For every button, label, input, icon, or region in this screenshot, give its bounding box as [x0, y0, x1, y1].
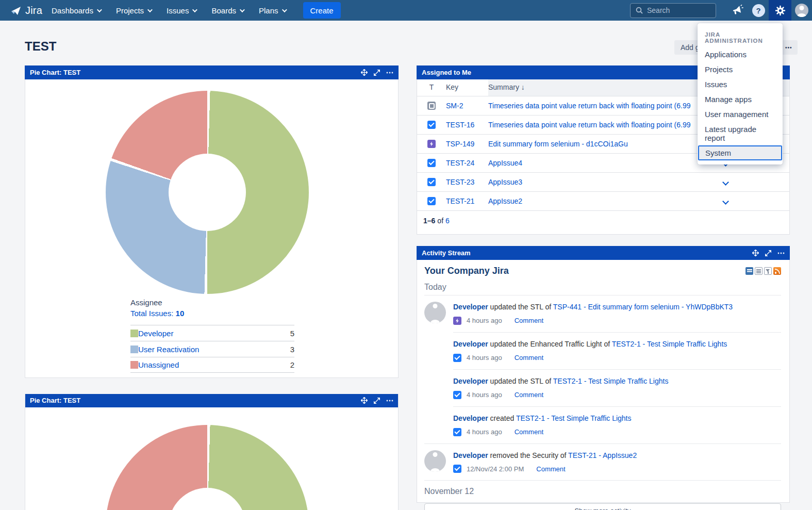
activity-action-text: updated the STL of — [490, 377, 552, 385]
expand-icon[interactable] — [374, 398, 380, 404]
comment-link[interactable]: Comment — [515, 354, 543, 361]
brand-name: Jira — [25, 5, 42, 17]
activity-user-link[interactable]: Developer — [453, 303, 488, 311]
activity-action-text: created — [490, 414, 515, 422]
menu-item-system[interactable]: System — [698, 145, 782, 160]
legend-row: Unassigned 2 — [130, 357, 294, 373]
menu-section-label: JIRA ADMINISTRATION — [698, 28, 783, 47]
menu-item-issues[interactable]: Issues — [698, 77, 783, 92]
menu-item-manage-apps[interactable]: Manage apps — [698, 92, 783, 107]
activity-user-link[interactable]: Developer — [453, 451, 488, 459]
legend-label[interactable]: Unassigned — [138, 360, 179, 369]
nav-plans[interactable]: Plans — [259, 6, 286, 15]
column-summary[interactable]: Summary ↓ — [488, 79, 712, 96]
legend-value: 3 — [290, 345, 294, 354]
activity-timestamp: 4 hours ago — [467, 354, 502, 361]
legend-swatch — [130, 330, 138, 337]
menu-item-latest-upgrade-report[interactable]: Latest upgrade report — [698, 122, 783, 145]
activity-user-link[interactable]: Developer — [453, 414, 488, 422]
activity-issue-link[interactable]: TEST-21 - AppIssue2 — [568, 451, 637, 459]
jira-logo-icon — [10, 5, 22, 16]
search-input[interactable] — [647, 6, 704, 14]
menu-item-applications[interactable]: Applications — [698, 47, 783, 62]
create-button[interactable]: Create — [303, 2, 341, 19]
total-issues-link[interactable]: Total Issues: 10 — [130, 309, 294, 318]
activity-user-link[interactable]: Developer — [453, 377, 488, 385]
help-button[interactable]: ? — [748, 0, 769, 21]
issue-key-link[interactable]: TEST-21 — [446, 197, 474, 205]
activity-issue-link[interactable]: TEST2-1 - Test Simple Traffic Lights — [612, 340, 727, 348]
issue-type-icon — [427, 121, 436, 129]
top-navigation: Jira Dashboards Projects Issues Boards P… — [0, 0, 812, 21]
gadget-header[interactable]: Pie Chart: TEST — [25, 65, 399, 79]
comment-link[interactable]: Comment — [515, 391, 543, 399]
donut-chart-assignee[interactable] — [106, 91, 309, 294]
gadget-menu-icon[interactable] — [386, 400, 393, 402]
jira-logo[interactable]: Jira — [0, 5, 52, 17]
gadget-header[interactable]: Activity Stream — [417, 246, 790, 260]
activity-issue-link[interactable]: TEST2-1 - Test Simple Traffic Lights — [516, 414, 632, 422]
activity-issue-link[interactable]: TEST2-1 - Test Simple Traffic Lights — [553, 377, 669, 385]
avatar[interactable] — [424, 450, 446, 472]
nav-boards[interactable]: Boards — [211, 6, 243, 15]
admin-settings-button[interactable] — [769, 0, 791, 21]
legend-label[interactable]: User Reactivation — [138, 345, 199, 354]
comment-link[interactable]: Comment — [515, 317, 543, 324]
filter-icon[interactable] — [764, 267, 772, 275]
row-actions-chevron-icon[interactable] — [722, 198, 729, 205]
comment-link[interactable]: Comment — [536, 465, 565, 473]
search-box[interactable] — [630, 3, 716, 18]
issue-key-link[interactable]: SM-2 — [446, 102, 463, 110]
stream-heading: Your Company Jira — [424, 266, 509, 276]
avatar[interactable] — [424, 302, 446, 323]
issue-key-link[interactable]: TSP-149 — [446, 140, 474, 148]
issue-type-icon — [427, 159, 436, 167]
chevron-down-icon — [281, 7, 287, 12]
announcements-button[interactable] — [727, 0, 748, 21]
legend-row: User Reactivation 3 — [130, 341, 294, 357]
full-view-icon[interactable] — [745, 267, 753, 275]
gadget-header[interactable]: Pie Chart: TEST — [25, 394, 399, 407]
legend-label[interactable]: Developer — [138, 329, 173, 338]
activity-issue-link[interactable]: TSP-441 - Edit summary form selenium - Y… — [553, 303, 733, 311]
megaphone-icon — [732, 5, 744, 16]
issue-key-link[interactable]: TEST-24 — [446, 159, 474, 167]
gadget-menu-icon[interactable] — [777, 252, 785, 254]
issue-summary-link[interactable]: Timeseries data point value return back … — [488, 102, 690, 110]
user-profile-button[interactable] — [791, 0, 812, 21]
donut-chart-2[interactable] — [106, 425, 309, 510]
issue-summary-link[interactable]: AppIssue2 — [488, 197, 522, 205]
activity-entry: Developer updated the Enhanced Traffic L… — [453, 332, 781, 369]
comment-link[interactable]: Comment — [515, 428, 543, 436]
pagination-total-link[interactable]: 6 — [445, 217, 450, 225]
expand-icon[interactable] — [765, 250, 771, 256]
gadget-menu-icon[interactable] — [386, 72, 393, 74]
row-actions-chevron-icon[interactable] — [722, 179, 729, 186]
issue-summary-link[interactable]: AppIssue4 — [488, 159, 522, 167]
issue-summary-link[interactable]: AppIssue3 — [488, 178, 522, 186]
list-view-icon[interactable] — [755, 267, 763, 275]
rss-feed-icon[interactable] — [773, 267, 781, 275]
issue-summary-link[interactable]: Timeseries data point value return back … — [488, 121, 690, 129]
menu-item-projects[interactable]: Projects — [698, 62, 783, 77]
search-icon — [636, 7, 643, 14]
page-title: TEST — [25, 39, 56, 54]
move-icon[interactable] — [361, 397, 368, 404]
column-type[interactable]: T — [417, 79, 446, 96]
menu-item-user-management[interactable]: User management — [698, 107, 783, 122]
issue-summary-link[interactable]: Edit summary form selenium - d1cCOi1aGu — [488, 140, 628, 148]
legend-swatch — [130, 361, 138, 369]
issue-key-link[interactable]: TEST-23 — [446, 178, 474, 186]
nav-projects[interactable]: Projects — [116, 6, 151, 15]
issue-key-link[interactable]: TEST-16 — [446, 121, 474, 129]
expand-icon[interactable] — [374, 70, 380, 76]
show-more-activity-button[interactable]: Show more activity — [424, 503, 781, 510]
issue-type-icon — [427, 140, 436, 148]
nav-issues[interactable]: Issues — [167, 6, 196, 15]
column-key[interactable]: Key — [446, 79, 488, 96]
activity-user-link[interactable]: Developer — [453, 340, 488, 348]
nav-dashboards[interactable]: Dashboards — [52, 6, 101, 15]
activity-action-text: removed the Security of — [490, 451, 567, 459]
move-icon[interactable] — [752, 250, 759, 256]
move-icon[interactable] — [361, 69, 368, 76]
